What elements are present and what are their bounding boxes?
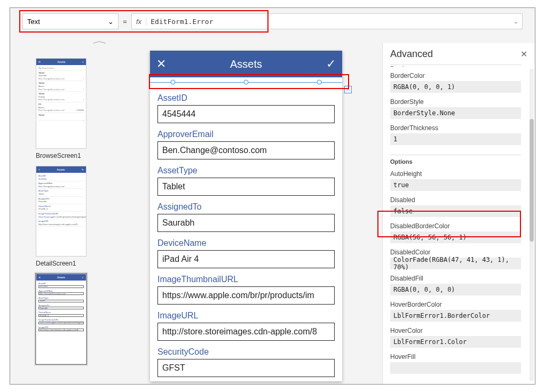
form-field: AssetID4545444 [157, 93, 335, 123]
scrollbar[interactable] [530, 69, 534, 381]
field-label: AssetType [157, 166, 335, 175]
close-icon[interactable]: ✕ [156, 57, 166, 71]
field-input[interactable]: iPad Air 4 [157, 250, 335, 268]
field-input[interactable]: Ben.Change@contoso.com [157, 141, 335, 159]
panel-section: Border [390, 65, 521, 67]
property-row: DisabledFillRGBA(0, 0, 0, 0) [390, 275, 521, 295]
property-label: BorderColor [390, 72, 521, 79]
property-label: DisabledBorderColor [390, 222, 521, 230]
advanced-panel: Advanced ✕ Border BorderColorRGBA(0, 0, … [382, 43, 535, 384]
property-label: HoverFill [390, 353, 521, 361]
property-value[interactable]: LblFormError1.BorderColor [390, 310, 521, 322]
property-label: HoverBorderColor [390, 301, 521, 308]
field-label: AssetID [157, 93, 335, 103]
property-row: DisabledColorColorFade(RGBA(47, 41, 43, … [390, 249, 521, 269]
property-dropdown-label: Text [27, 18, 40, 26]
field-label: ImageThumbnailURL [157, 275, 335, 284]
field-label: AssignedTo [157, 202, 335, 212]
form-area: AssetID4545444ApproverEmailBen.Change@co… [150, 87, 342, 379]
field-input[interactable]: GFST [157, 359, 335, 377]
property-value[interactable]: RGBA(0, 0, 0, 0) [390, 284, 521, 295]
formula-input[interactable]: fx EditForm1.Error ⌄ [131, 13, 523, 29]
form-field: DeviceNameiPad Air 4 [157, 238, 335, 268]
selection-badge: A [344, 86, 352, 93]
screen-thumbnails: ⟳Assets+ 🔍 Search itemsTabletSaurabhBen.… [28, 58, 92, 364]
app-canvas: ✕ Assets ✓ A AssetID4545444ApproverEmail… [150, 51, 342, 381]
property-dropdown[interactable]: Text ⌄ [22, 13, 119, 29]
property-value[interactable]: BorderStyle.None [390, 107, 521, 119]
property-row: HoverBorderColorLblFormError1.BorderColo… [390, 301, 521, 322]
property-label: HoverColor [390, 327, 521, 334]
field-input[interactable]: Tablet [157, 178, 335, 196]
form-field: ApproverEmailBen.Change@contoso.com [157, 130, 335, 159]
form-field: ImageURLhttp://store.storeimages.cdn-app… [157, 311, 335, 341]
field-label: DeviceName [157, 238, 335, 248]
field-input[interactable]: https://www.apple.com/br/pr/products/im [157, 286, 335, 305]
selected-control[interactable]: A [150, 77, 342, 87]
property-value[interactable]: RGBA(0, 0, 0, 1) [390, 81, 521, 93]
thumbnail-overflow-icon[interactable]: ⋯ [10, 305, 10, 374]
property-value[interactable]: ColorFade(RGBA(47, 41, 43, 1), 70%) [390, 258, 521, 269]
field-label: ApproverEmail [157, 130, 335, 139]
property-label: BorderStyle [390, 98, 521, 106]
property-row: HoverFill [390, 353, 521, 374]
thumbnail-detail[interactable]: <Assets✎ AssetID4545444ApproverEMailBen.… [28, 166, 92, 267]
form-field: SecurityCodeGFST [157, 347, 335, 377]
property-label: AutoHeight [390, 170, 521, 178]
field-label: ImageURL [157, 311, 335, 321]
property-label: Disabled [390, 196, 521, 204]
chevron-down-icon[interactable]: ⌄ [514, 19, 518, 25]
app-header: ✕ Assets ✓ [150, 51, 342, 77]
property-row: BorderColorRGBA(0, 0, 0, 1) [390, 72, 521, 93]
property-value[interactable]: LblFormError1.Color [390, 336, 521, 348]
property-label: BorderThickness [390, 124, 521, 132]
property-row: Disabledfalse [390, 196, 521, 217]
chevron-up-icon[interactable]: ︿ [92, 36, 108, 47]
form-field: AssignedToSaurabh [157, 202, 335, 232]
property-value[interactable]: 1 [390, 133, 521, 145]
property-value[interactable]: true [390, 179, 521, 191]
field-input[interactable]: Saurabh [157, 214, 335, 232]
field-input[interactable]: http://store.storeimages.cdn-apple.com/8 [157, 323, 335, 341]
equals-label: = [119, 13, 131, 29]
field-label: SecurityCode [157, 347, 335, 357]
thumbnail-label: BrowseScreen1 [36, 152, 92, 159]
check-icon[interactable]: ✓ [326, 57, 336, 71]
fx-icon: fx [136, 18, 146, 26]
app-title: Assets [166, 58, 326, 70]
panel-title: Advanced [390, 49, 433, 60]
field-input[interactable]: 4545444 [157, 105, 335, 123]
panel-section-options: Options [390, 155, 521, 165]
property-label: DisabledColor [390, 249, 521, 256]
property-row: DisabledBorderColorRGBA(56, 56, 56, 1) [390, 222, 521, 243]
property-value[interactable]: false [390, 205, 521, 217]
thumbnail-label: DetailScreen1 [36, 260, 92, 267]
property-label: DisabledFill [390, 275, 521, 282]
formula-value: EditForm1.Error [151, 18, 213, 26]
property-value[interactable]: RGBA(56, 56, 56, 1) [390, 231, 521, 243]
property-row: AutoHeighttrue [390, 170, 521, 191]
thumbnail-edit[interactable]: ✕Assets✓ AssetID4545444ApproverEMailBen.… [28, 274, 92, 364]
thumbnail-browse[interactable]: ⟳Assets+ 🔍 Search itemsTabletSaurabhBen.… [28, 58, 92, 159]
form-field: ImageThumbnailURLhttps://www.apple.com/b… [157, 275, 335, 305]
property-row: BorderThickness1 [390, 124, 521, 145]
chevron-down-icon: ⌄ [108, 18, 114, 26]
form-field: AssetTypeTablet [157, 166, 335, 196]
property-row: HoverColorLblFormError1.Color [390, 327, 521, 348]
close-icon[interactable]: ✕ [520, 49, 527, 59]
property-value[interactable] [390, 362, 521, 374]
formula-bar: Text ⌄ = fx EditForm1.Error ⌄ [22, 13, 523, 29]
property-row: BorderStyleBorderStyle.None [390, 98, 521, 119]
